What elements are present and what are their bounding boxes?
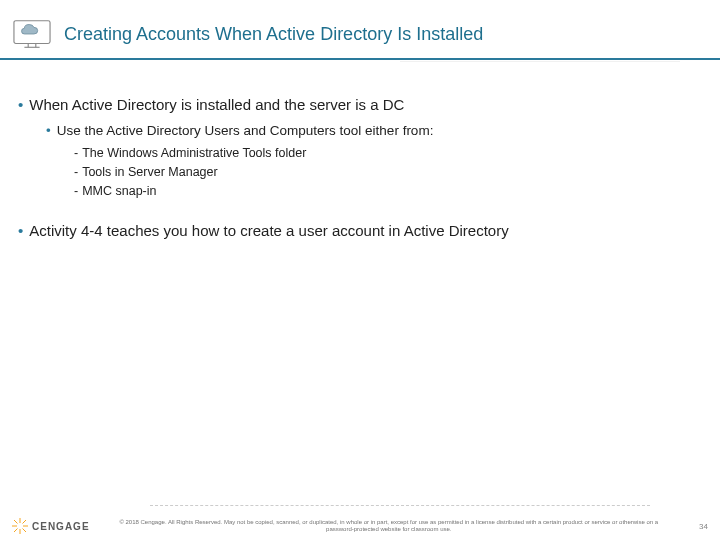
slide-header: Creating Accounts When Active Directory … (0, 0, 720, 60)
brand-text: CENGAGE (32, 521, 90, 532)
starburst-icon (12, 518, 28, 534)
bullet-dot-icon: • (18, 222, 23, 239)
bullet-level-1: •Activity 4-4 teaches you how to create … (18, 222, 702, 239)
svg-line-9 (23, 529, 27, 533)
svg-line-10 (23, 520, 27, 524)
header-logo (10, 18, 54, 50)
dash-icon: - (74, 184, 78, 198)
cloud-monitor-icon (13, 18, 51, 50)
slide-title: Creating Accounts When Active Directory … (64, 24, 483, 45)
dash-icon: - (74, 165, 78, 179)
bullet-level-3: -MMC snap-in (74, 182, 702, 201)
cengage-logo: CENGAGE (12, 518, 90, 534)
bullet-text: MMC snap-in (82, 184, 156, 198)
bullet-level-2: •Use the Active Directory Users and Comp… (46, 123, 702, 138)
bullet-text: The Windows Administrative Tools folder (82, 146, 306, 160)
bullet-text: Tools in Server Manager (82, 165, 217, 179)
bullet-text: When Active Directory is installed and t… (29, 96, 404, 113)
bullet-level-3: -Tools in Server Manager (74, 163, 702, 182)
svg-line-8 (14, 520, 18, 524)
decorative-rule (150, 505, 650, 506)
slide-footer: CENGAGE © 2018 Cengage. All Rights Reser… (0, 518, 720, 534)
bullet-text: Use the Active Directory Users and Compu… (57, 123, 434, 138)
copyright-text: © 2018 Cengage. All Rights Reserved. May… (90, 519, 688, 533)
slide-body: •When Active Directory is installed and … (0, 60, 720, 239)
page-number: 34 (688, 522, 708, 531)
bullet-dot-icon: • (18, 96, 23, 113)
bullet-level-3: -The Windows Administrative Tools folder (74, 144, 702, 163)
decorative-rule (400, 61, 680, 62)
bullet-level-1: •When Active Directory is installed and … (18, 96, 702, 113)
bullet-text: Activity 4-4 teaches you how to create a… (29, 222, 508, 239)
bullet-dot-icon: • (46, 123, 51, 138)
svg-line-11 (14, 529, 18, 533)
dash-icon: - (74, 146, 78, 160)
